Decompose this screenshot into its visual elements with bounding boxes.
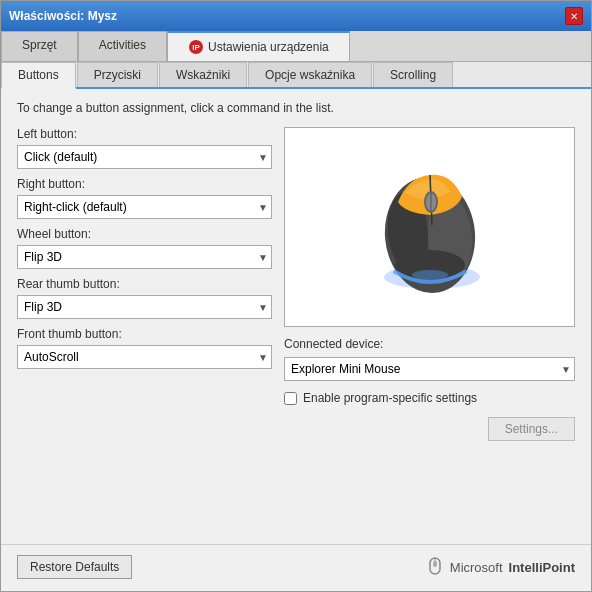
tab-opcje[interactable]: Opcje wskaźnika: [248, 62, 372, 87]
two-column-layout: Left button: Click (default) Right-click…: [17, 127, 575, 524]
right-button-select-wrapper: Right-click (default) Click (default) Fl…: [17, 195, 272, 219]
device-settings-icon: IP: [188, 39, 204, 55]
left-button-group: Left button: Click (default) Right-click…: [17, 127, 272, 169]
svg-text:IP: IP: [192, 43, 200, 52]
tab-ustawienia-content: IP Ustawienia urządzenia: [188, 39, 329, 55]
front-thumb-select[interactable]: AutoScroll Click (default) Right-click (…: [17, 345, 272, 369]
wheel-button-group: Wheel button: Flip 3D Click (default) Ri…: [17, 227, 272, 269]
settings-button[interactable]: Settings...: [488, 417, 575, 441]
connected-device-label: Connected device:: [284, 337, 575, 351]
right-button-label: Right button:: [17, 177, 272, 191]
intellipoint-bold: IntelliPoint: [509, 560, 575, 575]
checkbox-row: Enable program-specific settings: [284, 391, 575, 405]
front-thumb-group: Front thumb button: AutoScroll Click (de…: [17, 327, 272, 369]
tab-ustawienia[interactable]: IP Ustawienia urządzenia: [167, 31, 350, 61]
svg-point-14: [433, 561, 437, 567]
mouse-illustration: [350, 147, 510, 307]
left-button-select-wrapper: Click (default) Right-click (default) Fl…: [17, 145, 272, 169]
left-button-select[interactable]: Click (default) Right-click (default) Fl…: [17, 145, 272, 169]
tab-activities[interactable]: Activities: [78, 31, 167, 61]
rear-thumb-label: Rear thumb button:: [17, 277, 272, 291]
title-bar: Właściwości: Mysz ✕: [1, 1, 591, 31]
restore-defaults-button[interactable]: Restore Defaults: [17, 555, 132, 579]
wheel-button-select-wrapper: Flip 3D Click (default) Right-click (def…: [17, 245, 272, 269]
rear-thumb-select-wrapper: Flip 3D Click (default) Right-click (def…: [17, 295, 272, 319]
device-select[interactable]: Explorer Mini Mouse No device: [284, 357, 575, 381]
tab-przyciski[interactable]: Przyciski: [77, 62, 158, 87]
intellipoint-prefix: Microsoft: [450, 560, 503, 575]
right-button-group: Right button: Right-click (default) Clic…: [17, 177, 272, 219]
window: Właściwości: Mysz ✕ Sprzęt Activities IP…: [0, 0, 592, 592]
front-thumb-label: Front thumb button:: [17, 327, 272, 341]
intellipoint-logo: Microsoft IntelliPoint: [426, 556, 575, 578]
tab-sprzet[interactable]: Sprzęt: [1, 31, 78, 61]
right-column: Connected device: Explorer Mini Mouse No…: [284, 127, 575, 524]
rear-thumb-group: Rear thumb button: Flip 3D Click (defaul…: [17, 277, 272, 319]
wheel-button-select[interactable]: Flip 3D Click (default) Right-click (def…: [17, 245, 272, 269]
tab-row-1: Sprzęt Activities IP Ustawienia urządzen…: [1, 31, 591, 62]
left-column: Left button: Click (default) Right-click…: [17, 127, 272, 524]
svg-point-11: [412, 270, 448, 280]
right-button-select[interactable]: Right-click (default) Click (default) Fl…: [17, 195, 272, 219]
mouse-image-box: [284, 127, 575, 327]
program-specific-checkbox[interactable]: [284, 392, 297, 405]
program-specific-label[interactable]: Enable program-specific settings: [303, 391, 477, 405]
mouse-svg: [350, 147, 510, 307]
left-button-label: Left button:: [17, 127, 272, 141]
device-select-wrapper: Explorer Mini Mouse No device ▼: [284, 357, 575, 381]
rear-thumb-select[interactable]: Flip 3D Click (default) Right-click (def…: [17, 295, 272, 319]
device-section: Connected device: Explorer Mini Mouse No…: [284, 337, 575, 441]
close-button[interactable]: ✕: [565, 7, 583, 25]
instruction-text: To change a button assignment, click a c…: [17, 101, 575, 115]
main-content: To change a button assignment, click a c…: [1, 89, 591, 536]
window-title: Właściwości: Mysz: [9, 9, 117, 23]
bottom-bar: Restore Defaults Microsoft IntelliPoint: [1, 544, 591, 591]
intellipoint-mouse-icon: [426, 556, 444, 578]
tab-row-2: Buttons Przyciski Wskaźniki Opcje wskaźn…: [1, 62, 591, 89]
tab-wskazniki[interactable]: Wskaźniki: [159, 62, 247, 87]
wheel-button-label: Wheel button:: [17, 227, 272, 241]
tab-buttons[interactable]: Buttons: [1, 62, 76, 89]
window-controls: ✕: [565, 7, 583, 25]
front-thumb-select-wrapper: AutoScroll Click (default) Right-click (…: [17, 345, 272, 369]
tab-scrolling[interactable]: Scrolling: [373, 62, 453, 87]
